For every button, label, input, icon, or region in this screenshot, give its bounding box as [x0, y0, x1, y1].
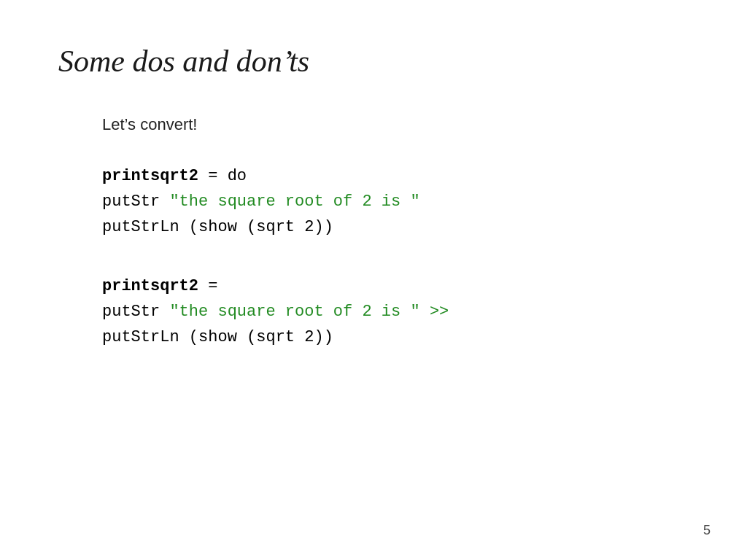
code-string-1: "the square root of 2 is ": [169, 192, 419, 211]
code-putstr-2: putStr: [102, 303, 169, 321]
slide-content: Let’s convert! printsqrt2 = do putStr "t…: [58, 115, 689, 350]
code-block-1-line2: putStr "the square root of 2 is ": [102, 189, 689, 214]
code-keyword-1: printsqrt2: [102, 167, 198, 185]
code-block-2-line2: putStr "the square root of 2 is " >>: [102, 299, 689, 324]
slide-container: Some dos and don’ts Let’s convert! print…: [0, 0, 747, 560]
code-block-1-line1: printsqrt2 = do: [102, 163, 689, 189]
code-line1-rest-2: =: [198, 277, 217, 295]
code-putstrln-1: putStrLn (show (sqrt 2)): [102, 218, 333, 236]
code-operator-2: >>: [420, 303, 449, 321]
code-string-2: "the square root of 2 is ": [169, 303, 419, 321]
code-putstr-1: putStr: [102, 192, 169, 211]
code-block-2: printsqrt2 = putStr "the square root of …: [102, 273, 689, 351]
code-line1-rest-1: = do: [198, 167, 247, 185]
code-block-1-line3: putStrLn (show (sqrt 2)): [102, 214, 689, 240]
code-block-2-line1: printsqrt2 =: [102, 273, 689, 299]
code-putstrln-2: putStrLn (show (sqrt 2)): [102, 328, 333, 346]
intro-text: Let’s convert!: [102, 115, 689, 134]
slide-title: Some dos and don’ts: [58, 44, 689, 79]
code-block-1: printsqrt2 = do putStr "the square root …: [102, 163, 689, 241]
code-keyword-2: printsqrt2: [102, 277, 198, 295]
code-block-2-line3: putStrLn (show (sqrt 2)): [102, 324, 689, 350]
page-number: 5: [703, 523, 711, 538]
